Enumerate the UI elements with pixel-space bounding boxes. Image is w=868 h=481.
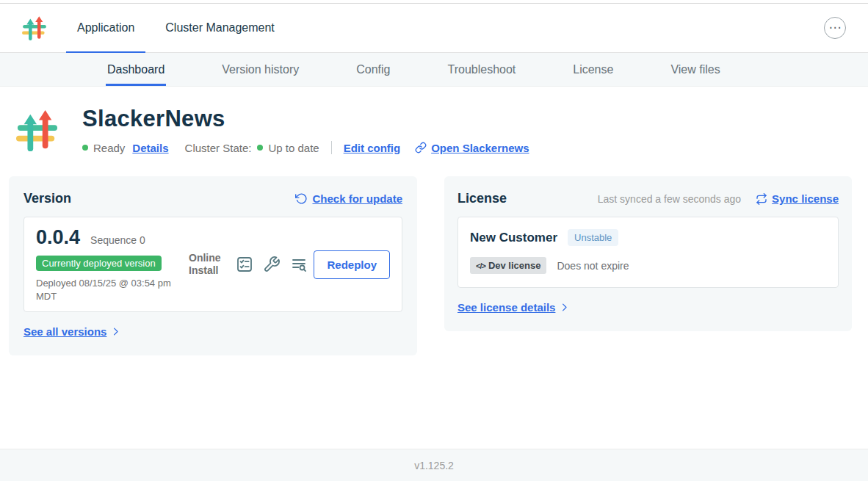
- tab-cluster-management-label: Cluster Management: [165, 21, 275, 35]
- deployed-timestamp: Deployed 08/15/25 @ 03:54 pm MDT: [36, 277, 183, 303]
- overflow-menu-button[interactable]: ⋯: [824, 17, 846, 39]
- footer: v1.125.2: [0, 449, 868, 481]
- version-action-icons: [236, 256, 308, 273]
- subnav-label: Config: [356, 63, 390, 76]
- see-license-details-label: See license details: [457, 301, 555, 314]
- license-details-panel: New Customer Unstable </> Dev license Do…: [457, 217, 839, 288]
- version-number: 0.0.4: [36, 226, 80, 249]
- subnav-item-version-history[interactable]: Version history: [222, 53, 299, 86]
- app-status-row: Ready Details Cluster State: Up to date …: [82, 141, 529, 154]
- license-card: License Last synced a few seconds ago Sy…: [444, 176, 852, 331]
- code-icon: </>: [476, 261, 485, 270]
- refresh-icon: [295, 192, 308, 205]
- cluster-state-value: Up to date: [268, 142, 319, 154]
- chevron-right-icon: [559, 302, 570, 313]
- app-icon: [16, 109, 59, 151]
- redeploy-button[interactable]: Redeploy: [314, 250, 390, 279]
- subnav-label: Troubleshoot: [447, 63, 516, 76]
- see-all-versions-link[interactable]: See all versions: [23, 325, 121, 338]
- ready-status-text: Ready: [93, 142, 125, 154]
- config-wrench-icon[interactable]: [263, 256, 281, 273]
- check-for-update-label: Check for update: [312, 192, 402, 205]
- console-version: v1.125.2: [414, 460, 454, 471]
- version-card-title: Version: [23, 191, 71, 206]
- top-nav-tabs: Application Cluster Management: [66, 4, 294, 52]
- cluster-state-dot: [257, 145, 263, 151]
- subnav-item-troubleshoot[interactable]: Troubleshoot: [447, 53, 516, 86]
- ready-status-dot: [82, 145, 88, 151]
- install-type-label: Online Install: [189, 252, 227, 278]
- app-sub-nav: Dashboard Version history Config Trouble…: [0, 53, 868, 87]
- sequence-label: Sequence 0: [90, 234, 145, 246]
- open-app-link[interactable]: Open Slackernews: [415, 142, 529, 154]
- license-card-title: License: [457, 191, 507, 206]
- cluster-state-label: Cluster State:: [185, 142, 252, 154]
- details-link[interactable]: Details: [132, 142, 168, 154]
- see-all-versions-label: See all versions: [23, 325, 106, 338]
- channel-badge: Unstable: [568, 229, 618, 246]
- license-type-badge: </> Dev license: [470, 257, 546, 274]
- see-license-details-link[interactable]: See license details: [457, 301, 570, 314]
- preflight-checklist-icon[interactable]: [236, 256, 253, 273]
- subnav-label: License: [573, 63, 613, 76]
- edit-config-link[interactable]: Edit config: [344, 142, 401, 154]
- currently-deployed-badge: Currently deployed version: [36, 256, 162, 271]
- subnav-item-config[interactable]: Config: [356, 53, 390, 86]
- page-title: SlackerNews: [82, 106, 529, 132]
- sync-license-link[interactable]: Sync license: [756, 192, 839, 205]
- divider: [331, 141, 332, 154]
- slackernews-logo-icon: [22, 15, 47, 40]
- link-icon: [415, 142, 427, 153]
- license-expiration: Does not expire: [557, 260, 629, 272]
- tab-application-label: Application: [77, 21, 134, 35]
- tab-cluster-management[interactable]: Cluster Management: [154, 4, 286, 52]
- subnav-item-view-files[interactable]: View files: [670, 53, 720, 86]
- subnav-label: Version history: [222, 63, 299, 76]
- view-logs-icon[interactable]: [290, 256, 308, 273]
- open-app-link-label: Open Slackernews: [431, 142, 529, 154]
- check-for-update-link[interactable]: Check for update: [295, 192, 402, 205]
- ellipsis-icon: ⋯: [829, 21, 842, 34]
- top-nav-bar: Application Cluster Management ⋯: [0, 3, 868, 53]
- deployed-version-panel: 0.0.4 Sequence 0 Currently deployed vers…: [23, 217, 402, 312]
- dashboard-cards: Version Check for update 0.0.4 Sequence …: [0, 154, 868, 355]
- sync-icon: [756, 193, 767, 205]
- page: Application Cluster Management ⋯ Dashboa…: [0, 0, 868, 481]
- customer-name: New Customer: [470, 231, 557, 245]
- license-type-label: Dev license: [488, 260, 541, 271]
- subnav-label: Dashboard: [107, 63, 164, 76]
- tab-application[interactable]: Application: [66, 4, 145, 52]
- app-header: SlackerNews Ready Details Cluster State:…: [0, 87, 868, 154]
- subnav-item-dashboard[interactable]: Dashboard: [107, 53, 164, 86]
- version-card: Version Check for update 0.0.4 Sequence …: [9, 176, 417, 355]
- last-synced-text: Last synced a few seconds ago: [598, 193, 741, 205]
- subnav-label: View files: [670, 63, 720, 76]
- subnav-item-license[interactable]: License: [573, 53, 613, 86]
- chevron-right-icon: [110, 326, 121, 337]
- sync-license-label: Sync license: [772, 192, 839, 205]
